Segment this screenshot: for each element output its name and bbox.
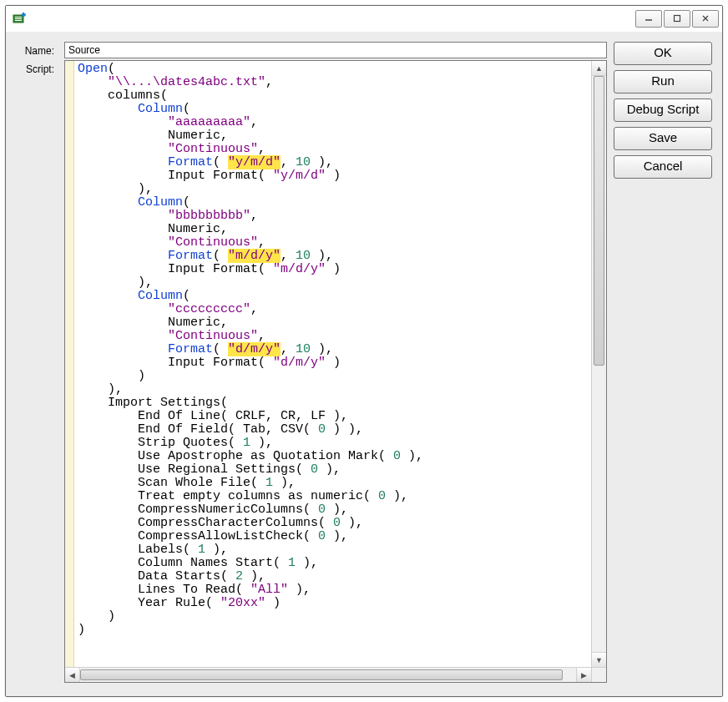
- name-label: Name:: [16, 42, 58, 60]
- run-button[interactable]: Run: [614, 70, 712, 93]
- app-icon: [13, 12, 26, 25]
- svg-rect-2: [15, 18, 22, 19]
- window-controls: [632, 8, 722, 29]
- minimize-button[interactable]: [635, 10, 662, 28]
- vertical-scrollbar[interactable]: ▲ ▼: [591, 61, 606, 667]
- scroll-right-icon[interactable]: ▶: [576, 668, 591, 682]
- save-button[interactable]: Save: [614, 127, 712, 150]
- fields-column: Open( "\\...\dates4abc.txt", columns( Co…: [64, 42, 607, 683]
- svg-rect-1: [15, 17, 22, 18]
- scroll-left-icon[interactable]: ◀: [65, 668, 80, 682]
- horizontal-scroll-thumb[interactable]: [80, 669, 563, 680]
- svg-rect-7: [675, 16, 680, 22]
- editor-gutter: [65, 61, 74, 667]
- script-code[interactable]: Open( "\\...\dates4abc.txt", columns( Co…: [74, 61, 591, 667]
- ok-button[interactable]: OK: [614, 42, 712, 65]
- scroll-up-icon[interactable]: ▲: [592, 61, 606, 76]
- debug-script-button[interactable]: Debug Script: [614, 98, 712, 122]
- scroll-down-icon[interactable]: ▼: [592, 652, 606, 667]
- vertical-scroll-thumb[interactable]: [594, 76, 604, 366]
- maximize-button[interactable]: [664, 10, 690, 28]
- horizontal-scrollbar[interactable]: ◀ ▶: [65, 667, 606, 682]
- svg-rect-3: [15, 20, 22, 21]
- script-editor[interactable]: Open( "\\...\dates4abc.txt", columns( Co…: [64, 60, 607, 683]
- field-labels: Name: Script:: [16, 42, 58, 683]
- action-buttons: OK Run Debug Script Save Cancel: [614, 42, 712, 683]
- script-label: Script:: [16, 60, 58, 78]
- dialog-window: Name: Script: Open( "\\...\dates4abc.txt…: [5, 5, 723, 697]
- title-bar: [6, 6, 722, 32]
- scroll-corner: [591, 668, 606, 682]
- cancel-button[interactable]: Cancel: [614, 155, 712, 179]
- close-button[interactable]: [692, 10, 719, 28]
- name-input[interactable]: [64, 42, 607, 58]
- content-area: Name: Script: Open( "\\...\dates4abc.txt…: [6, 32, 722, 696]
